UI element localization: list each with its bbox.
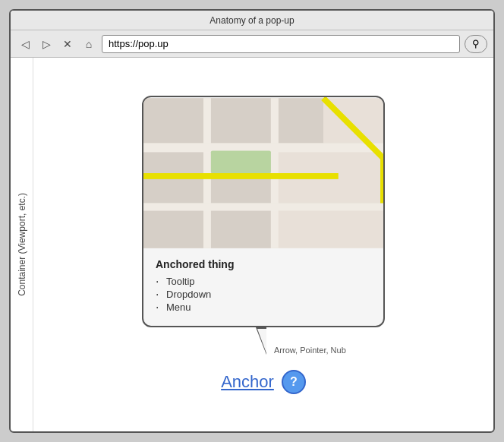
address-bar[interactable] <box>102 35 460 53</box>
arrow-label: Arrow, Pointer, Nub <box>274 346 346 355</box>
back-button[interactable]: ◁ <box>17 36 33 52</box>
popup-tail-container: Arrow, Pointer, Nub <box>256 327 346 355</box>
bottom-area: Anchor ? <box>221 370 306 394</box>
svg-rect-6 <box>143 210 203 248</box>
anchor-link[interactable]: Anchor <box>221 372 274 392</box>
title-bar: Anatomy of a pop-up <box>11 11 493 30</box>
sidebar: Container (Viewport, etc.) <box>11 58 33 431</box>
svg-rect-14 <box>211 150 271 173</box>
svg-rect-15 <box>143 173 339 179</box>
svg-rect-7 <box>211 210 271 248</box>
main-content: Anchored thing Tooltip Dropdown Menu Arr… <box>33 58 493 431</box>
svg-rect-3 <box>279 98 323 143</box>
map-area <box>143 97 383 249</box>
list-item: Dropdown <box>156 288 371 301</box>
sidebar-label: Container (Viewport, etc.) <box>17 193 27 296</box>
forward-button[interactable]: ▷ <box>38 36 55 52</box>
svg-rect-11 <box>143 203 383 210</box>
nav-bar: ◁ ▷ ✕ ⌂ ⚲ <box>11 30 493 58</box>
popup-anchored-title: Anchored thing <box>156 258 371 270</box>
popup-tail <box>256 327 266 355</box>
list-item: Tooltip <box>156 275 371 288</box>
popup-content: Anchored thing Tooltip Dropdown Menu <box>143 249 383 326</box>
search-button[interactable]: ⚲ <box>465 35 487 53</box>
page-title: Anatomy of a pop-up <box>209 15 294 26</box>
map-svg <box>143 97 383 249</box>
content-area: Container (Viewport, etc.) <box>11 58 493 431</box>
help-icon: ? <box>290 375 298 389</box>
svg-rect-2 <box>211 98 271 143</box>
list-item: Menu <box>156 301 371 314</box>
browser-window: Anatomy of a pop-up ◁ ▷ ✕ ⌂ ⚲ Container … <box>9 9 495 433</box>
close-button[interactable]: ✕ <box>59 36 76 52</box>
popup-box: Anchored thing Tooltip Dropdown Menu Arr… <box>142 96 385 327</box>
svg-rect-1 <box>143 98 203 143</box>
help-button[interactable]: ? <box>282 370 306 394</box>
search-icon: ⚲ <box>472 38 480 49</box>
popup-list: Tooltip Dropdown Menu <box>156 275 371 314</box>
home-button[interactable]: ⌂ <box>80 36 97 52</box>
